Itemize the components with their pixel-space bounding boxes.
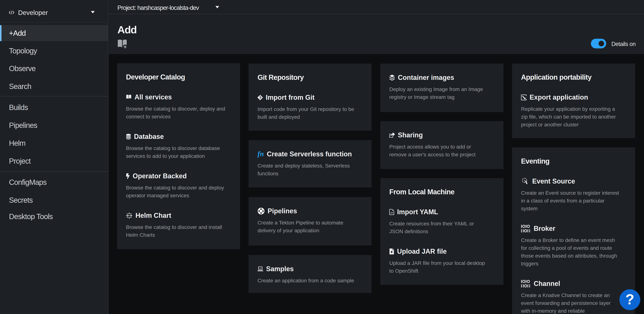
svg-text:fn: fn	[258, 150, 264, 158]
svg-text:<>: <>	[259, 268, 262, 270]
svg-text:</>: </>	[390, 212, 393, 214]
svg-text:HELM: HELM	[127, 215, 131, 217]
